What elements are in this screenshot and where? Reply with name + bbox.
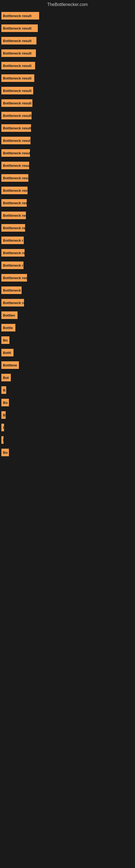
bar-row: Bottleneck result: [0, 162, 135, 169]
bottleneck-bar: Bottleneck result: [1, 24, 38, 32]
bar-row: Bo: [0, 336, 135, 344]
bar-label: Bot: [3, 376, 9, 380]
bottleneck-bar: B: [1, 386, 6, 394]
bar-row: Bottleneck result: [0, 212, 135, 219]
bottleneck-bar: Bottleneck result: [1, 162, 29, 169]
bottleneck-bar: Bottleneck result: [1, 124, 31, 132]
bottleneck-bar: Bottlen: [1, 311, 17, 319]
bar-row: Bot: [0, 374, 135, 381]
bar-row: B: [0, 386, 135, 394]
bottleneck-bar: Bottle: [1, 324, 15, 332]
bar-row: Bottleneck result: [0, 137, 135, 144]
bottleneck-bar: Bottleneck r: [1, 237, 24, 244]
bottleneck-bar: Bottleneck result: [1, 50, 36, 57]
bar-row: Bottleneck result: [0, 99, 135, 107]
bar-label: Bottleneck result: [3, 151, 30, 155]
bar-label: Bottleneck r: [3, 239, 23, 243]
bar-row: Bottleneck resu: [0, 299, 135, 307]
bar-label: B: [3, 413, 5, 417]
bottleneck-bar: Bottleneck resu: [1, 249, 25, 257]
bar-row: Bottl: [0, 349, 135, 356]
bottleneck-bar: Bottlene: [1, 361, 19, 369]
bar-row: I: [0, 424, 135, 431]
site-title: TheBottlenecker.com: [0, 0, 135, 9]
bar-label: I: [3, 438, 3, 442]
bar-row: Bottleneck result: [0, 112, 135, 119]
bottleneck-bar: Bottleneck result: [1, 74, 34, 82]
bar-row: Bottlen: [0, 311, 135, 319]
bottleneck-bar: Bo: [1, 399, 9, 406]
bar-label: Bo: [3, 401, 8, 405]
bar-label: Bottleneck result: [3, 126, 31, 130]
bar-label: Bottleneck result: [3, 89, 31, 93]
bar-row: Bottleneck result: [0, 274, 135, 282]
bar-label: Bottleneck result: [3, 188, 28, 193]
bar-row: Bottleneck result: [0, 62, 135, 69]
bottleneck-bar: Bottleneck result: [1, 12, 39, 20]
bottleneck-bar: Bo: [1, 336, 9, 344]
bottleneck-bar: Bottleneck result: [1, 199, 27, 207]
bar-row: Bottleneck result: [0, 187, 135, 194]
bar-label: Bottleneck resu: [3, 301, 24, 305]
bar-label: Bo: [3, 338, 8, 342]
bar-label: Bottleneck result: [3, 163, 29, 167]
bottleneck-bar: Bottleneck: [1, 286, 21, 294]
bar-label: Bottleneck result: [3, 201, 27, 205]
bottleneck-bar: Bottleneck resu: [1, 299, 24, 307]
bottleneck-bar: Bottleneck result: [1, 62, 35, 69]
bar-label: I: [3, 426, 4, 430]
bar-label: Bottleneck result: [3, 176, 28, 180]
bar-label: B: [3, 388, 5, 392]
bar-row: Bottleneck result: [0, 74, 135, 82]
bar-row: Bottleneck res: [0, 261, 135, 269]
bar-label: Bottleneck resu: [3, 226, 25, 230]
bar-row: Bottleneck result: [0, 50, 135, 57]
bottleneck-bar: Bottleneck result: [1, 99, 32, 107]
bar-label: Bottleneck result: [3, 26, 31, 30]
bar-row: Bottleneck resu: [0, 224, 135, 231]
bar-row: Bottleneck result: [0, 87, 135, 94]
bar-row: Bottleneck: [0, 286, 135, 294]
bar-row: Bo: [0, 399, 135, 406]
bar-row: Bottleneck result: [0, 149, 135, 157]
bar-label: Bottleneck result: [3, 64, 31, 68]
bar-label: Bo: [3, 451, 8, 455]
bar-label: Bottleneck result: [3, 276, 27, 280]
bottleneck-bar: I: [1, 436, 3, 444]
bottleneck-bar: Bot: [1, 374, 11, 381]
bar-label: Bottleneck result: [3, 51, 31, 55]
bottleneck-bar: Bottl: [1, 349, 13, 356]
bar-label: Bottleneck result: [3, 76, 31, 80]
bar-label: Bottleneck: [3, 288, 21, 292]
bar-row: Bottlene: [0, 361, 135, 369]
bars-container: Bottleneck resultBottleneck resultBottle…: [0, 9, 135, 464]
bottleneck-bar: Bottleneck result: [1, 274, 27, 282]
bottleneck-bar: Bottleneck result: [1, 149, 30, 157]
bar-row: Bottleneck r: [0, 237, 135, 244]
bar-row: Bottleneck result: [0, 174, 135, 182]
bar-row: B: [0, 411, 135, 419]
bar-label: Bottleneck result: [3, 138, 31, 143]
bar-row: Bottleneck result: [0, 24, 135, 32]
bottleneck-bar: Bottleneck result: [1, 187, 28, 194]
bottleneck-bar: Bottleneck result: [1, 137, 31, 144]
bar-label: Bottleneck result: [3, 39, 31, 43]
bottleneck-bar: Bottleneck result: [1, 174, 28, 182]
bar-row: Bottleneck result: [0, 199, 135, 207]
bar-label: Bottlene: [3, 363, 17, 367]
bottleneck-bar: Bottleneck result: [1, 112, 32, 119]
bar-label: Bottleneck resu: [3, 251, 25, 255]
bar-row: Bottleneck result: [0, 12, 135, 20]
bar-label: Bottlen: [3, 313, 15, 317]
bar-label: Bottleneck res: [3, 264, 24, 268]
bar-row: Bottleneck result: [0, 37, 135, 44]
bar-label: Bottl: [3, 351, 11, 355]
bottleneck-bar: Bottleneck result: [1, 37, 37, 44]
bottleneck-bar: Bottleneck result: [1, 87, 33, 94]
bar-label: Bottleneck result: [3, 114, 31, 118]
bottleneck-bar: Bottleneck result: [1, 212, 26, 219]
bottleneck-bar: Bo: [1, 448, 9, 456]
bar-label: Bottleneck result: [3, 101, 31, 105]
bar-label: Bottleneck result: [3, 214, 26, 218]
bar-row: Bottleneck resu: [0, 249, 135, 257]
